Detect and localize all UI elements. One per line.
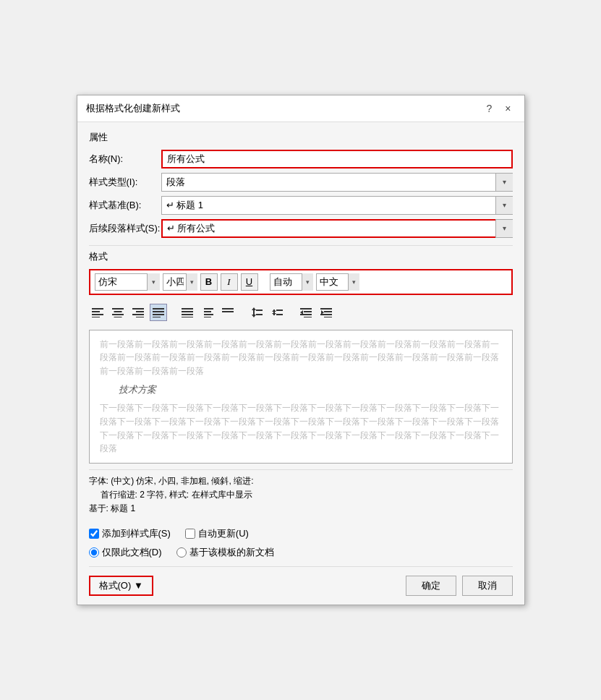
svg-rect-38 [300,314,312,315]
align-center-button[interactable] [109,304,127,321]
align-left-button[interactable] [89,304,106,321]
radio-row: 仅限此文档(D) 基于该模板的新文档 [89,546,513,559]
svg-rect-29 [256,310,263,311]
svg-rect-18 [182,314,193,315]
svg-rect-25 [222,311,234,312]
new-doc-label: 基于该模板的新文档 [189,546,274,559]
language-select[interactable]: 中文 [316,273,359,291]
auto-update-checkbox-label[interactable]: 自动更新(U) [185,527,249,540]
underline-button[interactable]: U [241,273,258,291]
line-spacing-increase-button[interactable] [248,304,265,321]
svg-rect-4 [112,308,124,310]
svg-rect-39 [304,317,312,317]
divider-2 [89,566,513,567]
svg-rect-35 [276,314,283,315]
following-para-label: 后续段落样式(S): [89,222,161,235]
help-button[interactable]: ? [482,101,497,116]
new-doc-radio-label[interactable]: 基于该模板的新文档 [176,546,274,559]
lang-select-wrap: 中文 ▾ [316,273,359,291]
svg-rect-37 [304,311,312,312]
svg-rect-43 [320,314,332,315]
name-label: 名称(N): [89,153,161,166]
svg-rect-3 [92,317,100,317]
align-extra2-button[interactable] [219,304,236,321]
size-select-wrap: 小四 ▾ [163,273,197,291]
dialog-title: 根据格式化创建新样式 [86,102,180,115]
title-bar-controls: ? × [482,101,516,116]
svg-rect-6 [112,314,124,315]
svg-rect-9 [136,311,144,312]
style-type-select[interactable]: 段落 [161,173,513,192]
style-desc-line3: 基于: 标题 1 [89,502,513,516]
svg-rect-7 [114,317,122,317]
align-extra1-button[interactable] [199,304,216,321]
align-justify-button[interactable] [150,304,167,321]
align-toolbar [89,301,513,324]
svg-marker-32 [272,310,276,312]
svg-rect-2 [92,314,103,315]
title-bar: 根据格式化创建新样式 ? × [77,95,524,122]
svg-rect-5 [114,311,122,312]
format-toolbar: 仿宋 ▾ 小四 ▾ B I U [89,269,513,295]
svg-rect-44 [324,317,332,317]
only-doc-label: 仅限此文档(D) [102,546,162,559]
font-size-select[interactable]: 小四 [163,273,197,291]
cancel-button[interactable]: 取消 [462,576,513,596]
svg-rect-0 [92,308,103,310]
preview-next-text: 下一段落下一段落下一段落下一段落下一段落下一段落下一段落下一段落下一段落下一段落… [100,401,502,455]
bottom-row: 格式(O) ▼ 确定 取消 [89,571,513,596]
svg-rect-19 [182,317,193,317]
svg-rect-1 [92,311,100,312]
svg-rect-15 [153,317,161,317]
svg-rect-13 [153,311,164,312]
align-distribute-button[interactable] [179,304,196,321]
style-description: 字体: (中文) 仿宋, 小四, 非加粗, 倾斜, 缩进: 首行缩进: 2 字符… [89,469,513,521]
svg-rect-34 [276,310,283,311]
svg-rect-30 [256,314,263,315]
font-name-select[interactable]: 仿宋 [95,273,160,291]
style-base-select[interactable]: ↵ 标题 1 [161,196,513,215]
svg-rect-36 [300,308,312,310]
line-spacing-decrease-button[interactable] [268,304,286,321]
following-para-select[interactable]: ↵ 所有公式 [161,219,513,238]
style-type-select-wrap: 段落 ▾ [161,173,513,192]
bold-button[interactable]: B [200,273,218,291]
name-row: 名称(N): [89,150,513,168]
name-input[interactable] [161,150,513,168]
svg-marker-28 [252,315,256,317]
svg-rect-16 [182,308,193,310]
add-to-library-checkbox-label[interactable]: 添加到样式库(S) [89,527,171,540]
indent-decrease-button[interactable] [297,304,315,321]
svg-marker-27 [252,307,256,310]
add-to-library-checkbox[interactable] [89,529,99,539]
auto-update-checkbox[interactable] [185,529,195,539]
following-para-select-wrap: ↵ 所有公式 ▾ [161,219,513,238]
svg-rect-11 [136,317,144,317]
style-base-label: 样式基准(B): [89,199,161,212]
add-to-library-label: 添加到样式库(S) [102,527,171,540]
svg-rect-22 [204,314,213,315]
format-dropdown-button[interactable]: 格式(O) ▼ [89,576,153,596]
svg-rect-42 [324,311,332,312]
preview-box: 前一段落前一段落前一段落前一段落前一段落前一段落前一段落前一段落前一段落前一段落… [89,330,513,464]
only-doc-radio[interactable] [89,547,99,558]
new-doc-radio[interactable] [176,547,187,558]
close-button[interactable]: × [500,101,515,116]
svg-rect-10 [132,314,144,315]
indent-increase-button[interactable] [317,304,335,321]
italic-button[interactable]: I [221,273,238,291]
svg-marker-33 [272,313,276,315]
only-doc-radio-label[interactable]: 仅限此文档(D) [89,546,162,559]
svg-rect-21 [204,311,211,312]
font-select-wrap: 仿宋 ▾ [95,273,160,291]
style-base-row: 样式基准(B): ↵ 标题 1 ▾ [89,196,513,215]
align-right-button[interactable] [129,304,147,321]
ok-button[interactable]: 确定 [406,576,456,596]
properties-section: 属性 名称(N): 样式类型(I): 段落 ▾ 样式基准(B): [89,131,513,238]
svg-rect-14 [153,314,164,315]
format-section-label: 格式 [89,250,513,263]
style-type-label: 样式类型(I): [89,176,161,189]
svg-rect-12 [153,308,164,310]
font-color-select[interactable]: 自动 [270,273,313,291]
properties-section-label: 属性 [89,131,513,144]
